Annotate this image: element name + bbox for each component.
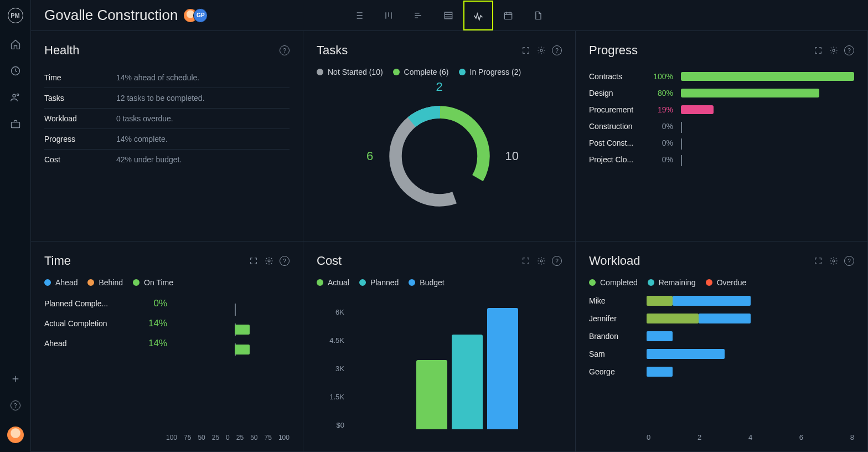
legend-item: Ahead: [44, 278, 78, 287]
health-row: Time14% ahead of schedule.: [44, 68, 290, 88]
svg-point-10: [833, 49, 835, 52]
time-row: Ahead14%: [44, 338, 290, 349]
panel-title: Tasks: [317, 43, 348, 58]
time-row: Planned Comple...0%: [44, 298, 290, 309]
team-icon[interactable]: [10, 92, 21, 103]
help-icon[interactable]: ?: [280, 256, 290, 266]
briefcase-icon[interactable]: [10, 119, 21, 130]
help-icon[interactable]: ?: [280, 45, 290, 55]
user-avatar[interactable]: [7, 427, 24, 443]
workload-row: Brandon: [589, 331, 854, 341]
health-row: Tasks12 tasks to be completed.: [44, 88, 290, 109]
progress-row: Design80%: [589, 89, 854, 97]
help-icon[interactable]: ?: [552, 45, 562, 55]
board-view-icon[interactable]: [374, 1, 404, 30]
file-view-icon[interactable]: [523, 1, 553, 30]
health-value: 42% under budget.: [116, 155, 182, 164]
panel-title: Time: [44, 254, 71, 268]
dashboard-view-icon[interactable]: [463, 1, 493, 30]
gear-icon[interactable]: [536, 45, 546, 55]
cost-yaxis: 6K4.5K3K1.5K$0: [317, 308, 344, 429]
progress-panel: Progress ? Contracts100% Design80% Procu…: [576, 31, 868, 242]
home-icon[interactable]: [10, 39, 21, 50]
gantt-view-icon[interactable]: [404, 1, 433, 30]
health-label: Workload: [44, 114, 105, 123]
panel-title: Cost: [317, 254, 342, 268]
legend-item: Actual: [317, 278, 349, 287]
view-switcher: [344, 1, 553, 30]
gear-icon[interactable]: [829, 45, 839, 55]
time-panel: Time ? Ahead Behind On Time Planned Comp…: [31, 242, 303, 452]
workload-row: George: [589, 367, 854, 377]
nav-rail: PM ?: [0, 0, 31, 452]
legend-item: Remaining: [648, 278, 696, 287]
workload-row: Jennifer: [589, 314, 854, 323]
topbar: Govalle Construction GP: [31, 0, 868, 31]
donut-label: 2: [436, 80, 442, 94]
svg-point-11: [268, 260, 270, 262]
expand-icon[interactable]: [249, 256, 259, 266]
gear-icon[interactable]: [829, 256, 839, 266]
legend-item: Budget: [409, 278, 444, 287]
gear-icon[interactable]: [264, 256, 274, 266]
help-icon[interactable]: ?: [10, 400, 21, 411]
plus-icon[interactable]: [10, 373, 21, 384]
app-logo[interactable]: PM: [8, 8, 23, 23]
legend-item: On Time: [133, 278, 173, 287]
legend-item: In Progress (2): [459, 68, 521, 76]
cost-bars: [392, 308, 542, 429]
health-row: Progress14% complete.: [44, 129, 290, 150]
health-value: 12 tasks to be completed.: [116, 94, 205, 102]
member-avatar[interactable]: GP: [193, 8, 208, 23]
member-avatars[interactable]: GP: [187, 8, 208, 23]
svg-point-2: [17, 94, 18, 95]
help-icon[interactable]: ?: [552, 256, 562, 266]
expand-icon[interactable]: [521, 256, 531, 266]
health-row: Cost42% under budget.: [44, 150, 290, 170]
progress-row: Construction0%: [589, 122, 854, 131]
svg-rect-3: [11, 122, 19, 128]
tasks-donut-chart: [381, 98, 498, 214]
svg-point-13: [833, 260, 835, 262]
health-label: Progress: [44, 135, 105, 143]
cost-bar-planned: [452, 335, 483, 429]
legend-item: Not Started (10): [317, 68, 383, 76]
time-axis: 1007550250255075100: [44, 434, 290, 441]
workload-panel: Workload ? Completed Remaining Overdue M…: [576, 242, 868, 452]
gear-icon[interactable]: [536, 256, 546, 266]
health-row: Workload0 tasks overdue.: [44, 109, 290, 129]
svg-rect-4: [445, 12, 452, 19]
clock-icon[interactable]: [10, 65, 21, 76]
workload-row: Sam: [589, 349, 854, 359]
health-value: 0 tasks overdue.: [116, 114, 173, 123]
expand-icon[interactable]: [521, 45, 531, 55]
health-label: Cost: [44, 155, 105, 164]
health-value: 14% ahead of schedule.: [116, 73, 199, 82]
health-label: Time: [44, 73, 105, 82]
project-title: Govalle Construction: [44, 7, 178, 24]
sheet-view-icon[interactable]: [433, 1, 463, 30]
progress-row: Procurement19%: [589, 105, 854, 114]
cost-panel: Cost ? Actual Planned Budget 6K4.5K3K1.5…: [303, 242, 576, 452]
svg-point-1: [13, 94, 16, 97]
expand-icon[interactable]: [813, 45, 823, 55]
calendar-view-icon[interactable]: [493, 1, 523, 30]
time-row: Actual Completion14%: [44, 318, 290, 329]
legend-item: Completed: [589, 278, 638, 287]
help-icon[interactable]: ?: [844, 256, 854, 266]
help-icon[interactable]: ?: [844, 45, 854, 55]
svg-rect-5: [504, 13, 512, 19]
cost-bar-actual: [416, 360, 447, 429]
donut-label: 6: [366, 149, 373, 163]
panel-title: Health: [44, 43, 80, 58]
progress-row: Post Const...0%: [589, 138, 854, 147]
list-view-icon[interactable]: [344, 1, 374, 30]
health-panel: Health ? Time14% ahead of schedule. Task…: [31, 31, 303, 242]
health-label: Tasks: [44, 94, 105, 102]
expand-icon[interactable]: [813, 256, 823, 266]
donut-label: 10: [505, 149, 519, 163]
legend-item: Complete (6): [393, 68, 449, 76]
panel-title: Workload: [589, 254, 640, 268]
legend-item: Planned: [359, 278, 399, 287]
svg-point-12: [540, 260, 542, 262]
